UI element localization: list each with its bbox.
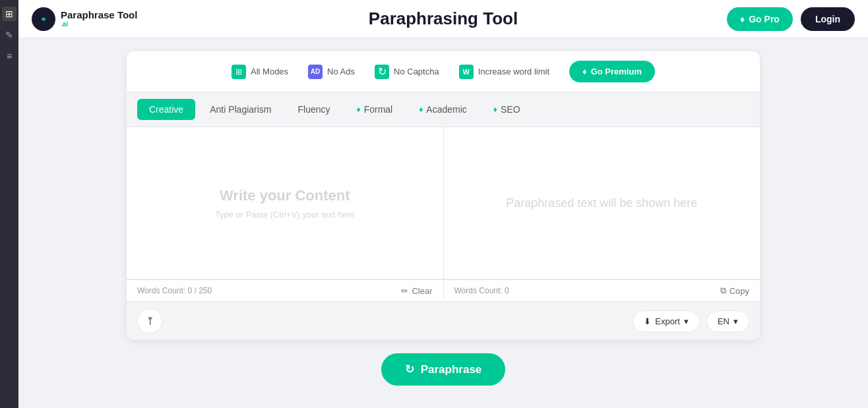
mode-tab-fluency[interactable]: Fluency [286, 99, 342, 120]
main-content: ⊞ All Modes AD No Ads ↻ No Captcha W Inc… [18, 38, 868, 408]
formal-label: Formal [364, 104, 393, 115]
no-ads-label: No Ads [327, 67, 355, 76]
export-label: Export [655, 316, 680, 326]
academic-diamond-icon: ♦ [419, 105, 423, 114]
go-pro-label: Go Pro [749, 14, 780, 24]
language-button[interactable]: EN ▾ [706, 310, 749, 332]
mode-tab-creative[interactable]: Creative [137, 99, 195, 120]
go-pro-button[interactable]: ♦ Go Pro [727, 7, 793, 31]
copy-label: Copy [729, 286, 749, 296]
logo-title: Paraphrase Tool [61, 10, 137, 21]
feature-all-modes: ⊞ All Modes [232, 65, 288, 79]
formal-diamond-icon: ♦ [357, 105, 361, 114]
copy-icon: ⧉ [720, 285, 726, 296]
seo-diamond-icon: ♦ [493, 105, 497, 114]
logo-subtitle: .ai [61, 20, 137, 28]
feature-word-limit: W Increase word limit [459, 65, 549, 79]
lang-label: EN [718, 316, 729, 326]
lang-chevron-icon: ▾ [733, 316, 738, 326]
go-premium-label: Go Premium [591, 67, 642, 76]
paraphrase-button[interactable]: ↻ Paraphrase [381, 353, 506, 386]
seo-label: SEO [501, 104, 520, 115]
anti-plagiarism-label: Anti Plagiarism [210, 104, 271, 115]
word-limit-icon: W [459, 65, 474, 79]
creative-label: Creative [149, 104, 183, 115]
input-panel-footer: Words Count: 0 / 250 ✏ Clear [127, 279, 444, 301]
all-modes-icon: ⊞ [232, 65, 246, 79]
export-icon: ⬇ [644, 316, 651, 326]
logo-text: Paraphrase Tool .ai [61, 10, 137, 28]
clear-button[interactable]: ✏ Clear [401, 286, 432, 296]
paraphrase-section: ↻ Paraphrase [381, 353, 506, 386]
sidebar-icon-1[interactable]: ⊞ [2, 7, 16, 21]
page-title: Paraphrasing Tool [164, 9, 723, 29]
features-bar: ⊞ All Modes AD No Ads ↻ No Captcha W Inc… [127, 51, 760, 92]
fluency-label: Fluency [298, 104, 330, 115]
output-placeholder: Paraphrased text will be shown here [506, 194, 697, 212]
premium-diamond-icon: ♦ [582, 67, 587, 76]
mode-tab-formal[interactable]: ♦ Formal [345, 99, 405, 120]
upload-icon: ⤒ [146, 315, 154, 328]
input-panel: Write your Content Type or Paste (Ctrl+V… [127, 127, 444, 279]
sidebar: ⊞ ✎ ≡ [0, 0, 18, 408]
sidebar-icon-2[interactable]: ✎ [2, 28, 16, 42]
output-panel-footer: Words Count: 0 ⧉ Copy [444, 279, 760, 301]
mode-tab-seo[interactable]: ♦ SEO [481, 99, 532, 120]
export-button[interactable]: ⬇ Export ▾ [633, 310, 700, 332]
text-panels: Write your Content Type or Paste (Ctrl+V… [127, 127, 760, 279]
bottom-bar: ⤒ ⬇ Export ▾ EN ▾ [127, 301, 760, 340]
output-panel: Paraphrased text will be shown here [444, 127, 760, 279]
mode-tab-academic[interactable]: ♦ Academic [407, 99, 479, 120]
paraphrase-label: Paraphrase [421, 363, 482, 376]
tool-card: ⊞ All Modes AD No Ads ↻ No Captcha W Inc… [127, 51, 760, 340]
paraphrase-icon: ↻ [405, 363, 414, 376]
feature-no-captcha: ↻ No Captcha [375, 65, 439, 79]
header-center: Paraphrasing Tool [164, 9, 723, 29]
no-captcha-icon: ↻ [375, 65, 389, 79]
diamond-icon: ♦ [740, 14, 745, 24]
go-premium-button[interactable]: ♦ Go Premium [569, 61, 655, 82]
clear-icon: ✏ [401, 286, 408, 296]
header: Paraphrase Tool .ai Paraphrasing Tool ♦ … [18, 0, 868, 38]
header-right: ♦ Go Pro Login [723, 7, 855, 31]
input-textarea[interactable] [127, 127, 443, 279]
logo-icon [32, 7, 55, 31]
input-word-count: Words Count: 0 / 250 [137, 286, 212, 295]
panel-footers: Words Count: 0 / 250 ✏ Clear Words Count… [127, 279, 760, 301]
modes-bar: Creative Anti Plagiarism Fluency ♦ Forma… [127, 92, 760, 127]
clear-label: Clear [412, 286, 432, 296]
export-chevron-icon: ▾ [684, 316, 689, 326]
logo-area: Paraphrase Tool .ai [32, 7, 164, 31]
login-button[interactable]: Login [801, 7, 855, 31]
upload-button[interactable]: ⤒ [137, 308, 162, 334]
academic-label: Academic [426, 104, 466, 115]
no-ads-icon: AD [308, 65, 323, 79]
bottom-right-controls: ⬇ Export ▾ EN ▾ [633, 310, 749, 332]
feature-no-ads: AD No Ads [308, 65, 355, 79]
word-limit-label: Increase word limit [478, 67, 549, 76]
all-modes-label: All Modes [251, 67, 288, 76]
sidebar-icon-3[interactable]: ≡ [2, 49, 16, 63]
no-captcha-label: No Captcha [394, 67, 439, 76]
copy-button[interactable]: ⧉ Copy [720, 285, 749, 296]
mode-tab-anti-plagiarism[interactable]: Anti Plagiarism [198, 99, 283, 120]
output-word-count: Words Count: 0 [454, 286, 509, 295]
